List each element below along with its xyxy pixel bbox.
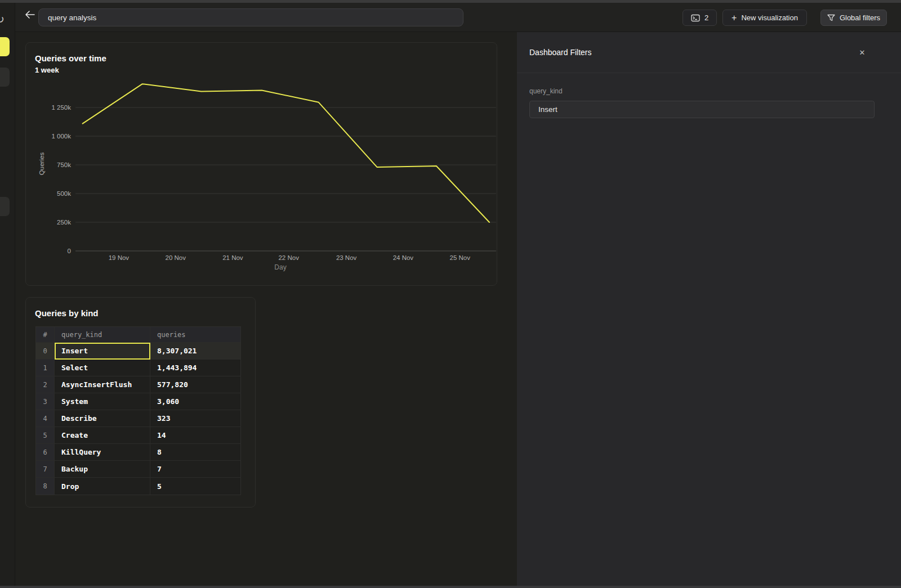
query-kind-cell[interactable]: Create (55, 427, 150, 444)
close-icon[interactable]: ✕ (857, 47, 868, 58)
y-tick-label: 0 (68, 248, 71, 254)
y-tick-label: 750k (57, 161, 71, 168)
row-index: 7 (36, 461, 55, 478)
row-index: 3 (36, 393, 55, 410)
x-tick-label: 22 Nov (278, 254, 299, 261)
queries-cell[interactable]: 14 (150, 427, 240, 444)
global-filters-button[interactable]: Global filters (820, 10, 887, 26)
queries-by-kind-table: # query_kind queries 0 Insert 8,307,021 … (35, 326, 241, 495)
queries-line-series (83, 84, 489, 222)
console-count: 2 (704, 14, 708, 22)
top-bar: 2 + New visualization Global filters (15, 3, 901, 32)
query-kind-cell[interactable]: Describe (55, 410, 150, 427)
column-header-queries[interactable]: queries (150, 327, 240, 343)
y-tick-label: 500k (57, 190, 71, 197)
table-row: 4 Describe 323 (36, 410, 240, 427)
queries-cell[interactable]: 577,820 (150, 376, 240, 393)
y-tick-label: 1 250k (51, 104, 71, 111)
left-rail: ↻ (0, 3, 15, 586)
y-tick-label: 250k (57, 219, 71, 226)
table-row: 8 Drop 5 (36, 478, 240, 495)
table-row: 1 Select 1,443,894 (36, 360, 240, 376)
queries-cell[interactable]: 1,443,894 (150, 360, 240, 376)
table-title: Queries by kind (35, 308, 99, 318)
query-kind-cell[interactable]: System (55, 393, 150, 410)
table-row: 2 AsyncInsertFlush 577,820 (36, 376, 240, 393)
x-tick-label: 19 Nov (109, 254, 130, 261)
filters-panel-title: Dashboard Filters (529, 48, 592, 57)
row-index: 6 (36, 444, 55, 461)
global-filters-label: Global filters (840, 14, 880, 22)
query-kind-cell[interactable]: Select (55, 360, 150, 376)
plus-icon: + (731, 13, 737, 23)
x-tick-label: 25 Nov (450, 254, 471, 261)
row-index: 4 (36, 410, 55, 427)
x-tick-label: 20 Nov (166, 254, 186, 261)
y-axis-title: Queries (38, 152, 45, 176)
table-row: 7 Backup 7 (36, 461, 240, 478)
queries-cell[interactable]: 7 (150, 461, 240, 478)
row-index: 8 (36, 478, 55, 495)
row-index: 5 (36, 427, 55, 444)
x-tick-label: 21 Nov (222, 254, 243, 261)
x-axis-title: Day (274, 263, 286, 271)
dashboard-filters-panel: Dashboard Filters ✕ query_kind (517, 32, 901, 586)
query-kind-filter-input[interactable] (529, 101, 875, 118)
table-row: 5 Create 14 (36, 427, 240, 444)
queries-over-time-chart[interactable]: 0250k500k750k1 000k1 250k19 Nov20 Nov21 … (26, 43, 497, 285)
table-row: 0 Insert 8,307,021 (36, 343, 240, 360)
dashboard-title-input[interactable] (38, 8, 463, 26)
row-index: 2 (36, 376, 55, 393)
query-kind-cell[interactable]: AsyncInsertFlush (55, 376, 150, 393)
rail-swatch-active[interactable] (0, 37, 10, 56)
x-tick-label: 24 Nov (393, 254, 414, 261)
filters-panel-header: Dashboard Filters ✕ (517, 32, 901, 73)
queries-cell[interactable]: 5 (150, 478, 240, 495)
rail-swatch[interactable] (0, 197, 10, 216)
row-index: 1 (36, 360, 55, 376)
column-header-index[interactable]: # (36, 327, 55, 343)
table-row: 6 KillQuery 8 (36, 444, 240, 461)
funnel-icon (827, 14, 835, 21)
queries-cell[interactable]: 3,060 (150, 393, 240, 410)
query-kind-cell[interactable]: KillQuery (55, 444, 150, 461)
window-bottom-edge (0, 586, 901, 588)
console-icon (691, 14, 700, 22)
filter-field-label: query_kind (529, 87, 563, 95)
rail-swatch[interactable] (0, 68, 10, 87)
column-header-query-kind[interactable]: query_kind (55, 327, 150, 343)
dashboard-canvas: Queries over time 1 week 0250k500k750k1 … (15, 32, 517, 586)
queries-cell[interactable]: 323 (150, 410, 240, 427)
table-header-row: # query_kind queries (36, 327, 240, 343)
x-tick-label: 23 Nov (336, 254, 357, 261)
queries-over-time-card: Queries over time 1 week 0250k500k750k1 … (25, 42, 497, 286)
query-kind-cell[interactable]: Backup (55, 461, 150, 478)
refresh-icon[interactable]: ↻ (0, 13, 5, 26)
row-index: 0 (36, 343, 55, 360)
queries-cell[interactable]: 8 (150, 444, 240, 461)
query-kind-cell[interactable]: Drop (55, 478, 150, 495)
console-count-button[interactable]: 2 (683, 10, 717, 26)
queries-by-kind-card: Queries by kind # query_kind queries 0 I… (25, 297, 256, 508)
new-visualization-label: New visualization (741, 14, 797, 22)
queries-cell[interactable]: 8,307,021 (150, 343, 240, 360)
back-arrow-icon[interactable] (21, 6, 38, 23)
table-row: 3 System 3,060 (36, 393, 240, 410)
y-tick-label: 1 000k (51, 133, 71, 140)
new-visualization-button[interactable]: + New visualization (722, 10, 807, 26)
query-kind-cell[interactable]: Insert (55, 343, 150, 360)
